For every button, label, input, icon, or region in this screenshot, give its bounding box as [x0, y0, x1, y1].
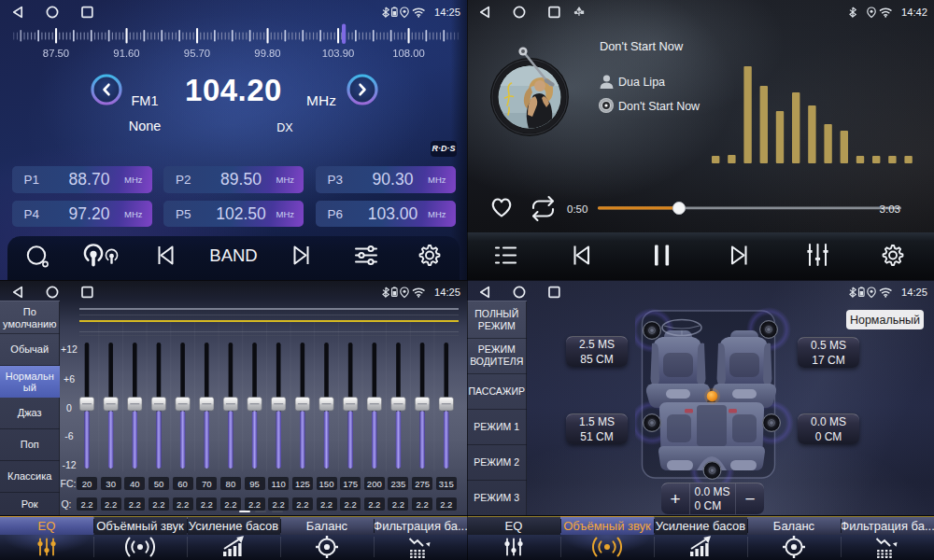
svg-text:14:25: 14:25 [901, 287, 927, 298]
